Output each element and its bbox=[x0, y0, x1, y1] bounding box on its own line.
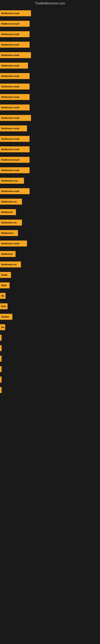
bar-row: Bottleneck result bbox=[0, 50, 100, 60]
bar-row: Bottleneck result bbox=[0, 40, 100, 50]
bar-label: Bottleneck result bbox=[1, 85, 19, 88]
bar-row: Bottleneck result bbox=[0, 144, 100, 154]
bar-row: Bottleneck resu bbox=[0, 176, 100, 186]
bottleneck-bar: Bottleneck bbox=[0, 251, 16, 257]
bar-row: Bottleneck result bbox=[0, 92, 100, 102]
bottleneck-bar: Bottleneck result bbox=[0, 126, 27, 132]
bar-row: Bottleneck result bbox=[0, 8, 100, 18]
bottleneck-bar: Bo bbox=[0, 293, 6, 299]
bottleneck-bar: Bottleneck result bbox=[0, 157, 30, 163]
bar-label: Bottleneck res bbox=[1, 200, 17, 203]
bottleneck-bar: Bottleneck result bbox=[0, 84, 30, 90]
bar-label: Bottleneck result bbox=[1, 169, 19, 172]
bottleneck-bar bbox=[0, 335, 1, 341]
bar-row: Bottleneck result bbox=[0, 154, 100, 165]
bottleneck-bar: Bottleneck resu bbox=[0, 178, 24, 184]
bar-row bbox=[0, 364, 100, 374]
bottleneck-bar: Bottleneck result bbox=[0, 31, 30, 37]
bottleneck-bar bbox=[0, 356, 1, 362]
bottleneck-bar: Bottleneck result bbox=[0, 10, 31, 16]
bar-label: Bottleneck result bbox=[1, 22, 19, 25]
bottleneck-bar: Bo bbox=[0, 324, 5, 330]
bar-label: Bottleneck result bbox=[1, 33, 19, 36]
bar-row bbox=[0, 385, 100, 395]
bottleneck-bar: Bottleneck result bbox=[0, 146, 30, 152]
bar-label: Bottleneck result bbox=[1, 158, 19, 161]
bar-row: Bottlen bbox=[0, 312, 100, 322]
bar-row bbox=[0, 332, 100, 343]
bar-label: Bottleneck result bbox=[1, 44, 19, 46]
bar-label: Bottl bbox=[1, 284, 6, 286]
bottleneck-bar: Bottleneck result bbox=[0, 62, 28, 69]
bar-row bbox=[0, 354, 100, 364]
bottleneck-bar: Bottleneck result bbox=[0, 188, 30, 194]
bar-label: Bottleneck r bbox=[1, 232, 14, 234]
bar-label: Bottleneck result bbox=[1, 54, 19, 56]
bar-label: Bo bbox=[1, 295, 4, 297]
bottleneck-bar: Bottleneck result bbox=[0, 42, 30, 48]
bar-row: Bottle bbox=[0, 270, 100, 280]
bar-row: Bottleneck result bbox=[0, 165, 100, 176]
bar-row: Bottleneck res bbox=[0, 196, 100, 207]
bar-row: Bottleneck bbox=[0, 207, 100, 217]
bottleneck-bar: Bottl bbox=[0, 282, 10, 288]
bar-row: Bottleneck result bbox=[0, 134, 100, 144]
bottleneck-bar bbox=[0, 376, 1, 382]
bar-label: Bottleneck bbox=[1, 211, 13, 213]
bar-label: Bottleneck result bbox=[1, 117, 19, 119]
bar-row: Bottleneck bbox=[0, 249, 100, 259]
bottleneck-bar: Bottleneck r bbox=[0, 230, 18, 236]
site-title-container: TheBottlenecker.com bbox=[0, 0, 100, 6]
bar-label: Bottle bbox=[1, 274, 8, 276]
bar-row bbox=[0, 374, 100, 385]
bottleneck-bar: Bottleneck result bbox=[0, 21, 30, 27]
bar-label: Bottleneck res bbox=[1, 222, 17, 224]
bottleneck-bar: Bott bbox=[0, 303, 8, 309]
bar-label: Bottleneck resu bbox=[1, 180, 18, 182]
bar-row: Bo bbox=[0, 322, 100, 332]
bar-label: Bottleneck res bbox=[1, 263, 17, 266]
bottleneck-bar: Bottlen bbox=[0, 314, 12, 320]
bottleneck-bar: Bottleneck result bbox=[0, 240, 27, 246]
bar-row: Bottl bbox=[0, 280, 100, 290]
bar-row: Bottleneck r bbox=[0, 228, 100, 238]
bottleneck-bar: Bottleneck result bbox=[0, 167, 30, 173]
bar-label: Bottleneck result bbox=[1, 148, 19, 150]
bar-label: Bottleneck result bbox=[1, 242, 19, 245]
bar-row: Bottleneck result bbox=[0, 123, 100, 134]
bar-row: Bottleneck result bbox=[0, 29, 100, 40]
bar-row: Bottleneck res bbox=[0, 259, 100, 270]
bottleneck-bar: Bottleneck result bbox=[0, 136, 30, 142]
bottleneck-bar bbox=[0, 345, 1, 351]
bar-row: Bottleneck result bbox=[0, 113, 100, 123]
bar-row: Bottleneck result bbox=[0, 81, 100, 92]
site-title: TheBottlenecker.com bbox=[0, 0, 100, 6]
bars-container: Bottleneck resultBottleneck resultBottle… bbox=[0, 6, 100, 395]
bar-row: Bottleneck res bbox=[0, 217, 100, 228]
bottleneck-bar: Bottleneck res bbox=[0, 262, 21, 268]
bar-row: Bottleneck result bbox=[0, 18, 100, 29]
bar-label: Bottleneck bbox=[1, 253, 13, 255]
bar-row: Bott bbox=[0, 301, 100, 312]
bar-label: Bottleneck result bbox=[1, 190, 19, 192]
bar-label: Bottleneck result bbox=[1, 138, 19, 140]
bar-label: Bottlen bbox=[1, 316, 9, 318]
bottleneck-bar: Bottleneck result bbox=[0, 52, 31, 58]
bar-label: Bott bbox=[1, 305, 6, 308]
bar-label: Bottleneck result bbox=[1, 127, 19, 130]
bottleneck-bar: Bottleneck res bbox=[0, 199, 22, 205]
bottleneck-bar: Bottleneck result bbox=[0, 94, 30, 100]
bottleneck-bar: Bottleneck res bbox=[0, 220, 22, 226]
bar-label: Bottleneck result bbox=[1, 106, 19, 109]
bottleneck-bar: Bottleneck result bbox=[0, 73, 30, 79]
bottleneck-bar: Bottleneck bbox=[0, 209, 16, 215]
bottleneck-bar: Bottle bbox=[0, 272, 11, 278]
bar-label: Bottleneck result bbox=[1, 12, 19, 14]
bottleneck-bar: Bottleneck result bbox=[0, 115, 31, 121]
bar-row: Bottleneck result bbox=[0, 186, 100, 196]
bottleneck-bar bbox=[0, 387, 1, 393]
bar-row: Bottleneck result bbox=[0, 60, 100, 71]
bar-label: Bottleneck result bbox=[1, 64, 19, 67]
bottleneck-bar: Bottleneck result bbox=[0, 104, 30, 110]
bottleneck-bar bbox=[0, 366, 1, 372]
